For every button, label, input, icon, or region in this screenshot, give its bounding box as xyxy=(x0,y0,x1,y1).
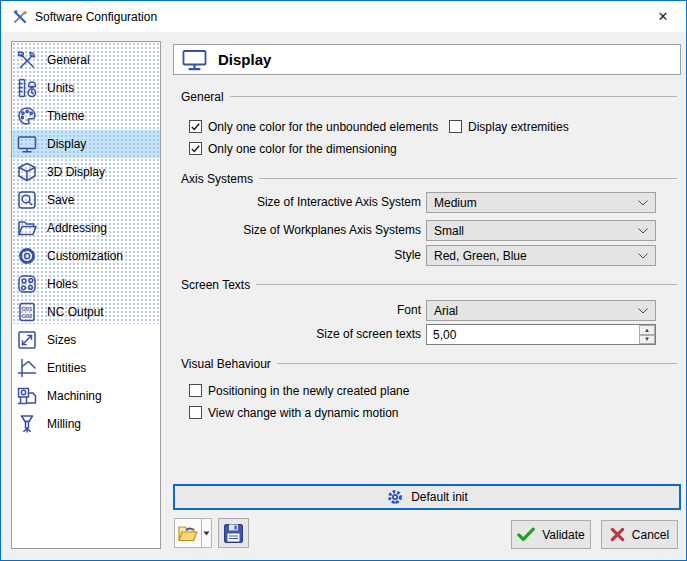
sidebar-item-label: General xyxy=(47,53,90,67)
tools-app-icon xyxy=(12,9,28,25)
spinner-buttons: ▲ ▼ xyxy=(639,325,655,344)
section-axis-systems: Axis Systems xyxy=(181,171,677,186)
checkbox-display-extremities[interactable]: Display extremities xyxy=(449,119,569,134)
sidebar-item-holes[interactable]: Holes xyxy=(12,270,160,298)
milling-cutter-icon xyxy=(15,412,39,436)
section-divider xyxy=(230,96,677,97)
checkbox-dynamic-motion[interactable]: View change with a dynamic motion xyxy=(189,405,399,420)
checkbox-label: View change with a dynamic motion xyxy=(208,406,399,420)
checkbox-label: Positioning in the newly created plane xyxy=(208,384,409,398)
svg-text:G02: G02 xyxy=(22,313,32,319)
section-axis-title: Axis Systems xyxy=(181,172,253,186)
spin-up-button[interactable]: ▲ xyxy=(639,325,655,335)
sidebar-item-display[interactable]: Display xyxy=(12,130,160,158)
open-config-split-button xyxy=(174,518,212,548)
style-label: Style xyxy=(161,245,421,266)
font-select[interactable]: Arial xyxy=(426,300,656,321)
screen-text-size-input[interactable] xyxy=(427,325,639,344)
checkbox-box xyxy=(189,142,202,155)
open-folder-icon xyxy=(178,525,198,542)
selected-value: Arial xyxy=(434,304,638,318)
general-tools-icon xyxy=(15,48,39,72)
sidebar-item-customization[interactable]: Customization xyxy=(12,242,160,270)
spin-down-button[interactable]: ▼ xyxy=(639,335,655,345)
checkbox-box xyxy=(189,120,202,133)
machine-icon xyxy=(15,384,39,408)
cancel-button[interactable]: Cancel xyxy=(601,520,678,549)
checkbox-box xyxy=(189,384,202,397)
sidebar-item-milling[interactable]: Milling xyxy=(12,410,160,438)
checkbox-dimensioning[interactable]: Only one color for the dimensioning xyxy=(189,141,397,156)
screen-text-size-label: Size of screen texts xyxy=(161,324,421,345)
checkbox-box xyxy=(189,406,202,419)
display-header-icon xyxy=(182,49,208,71)
validate-label: Validate xyxy=(542,528,584,542)
section-screen-texts: Screen Texts xyxy=(181,277,677,292)
checkbox-unbounded-elements[interactable]: Only one color for the unbounded element… xyxy=(189,119,438,134)
cancel-label: Cancel xyxy=(632,528,669,542)
geometry-entities-icon xyxy=(15,356,39,380)
style-select[interactable]: Red, Green, Blue xyxy=(426,245,656,266)
red-x-icon xyxy=(610,527,625,542)
sidebar-item-general[interactable]: General xyxy=(12,46,160,74)
sidebar-item-label: Units xyxy=(47,81,74,95)
floppy-disk-icon xyxy=(223,523,244,544)
section-screen-texts-title: Screen Texts xyxy=(181,278,250,292)
sidebar-item-label: Display xyxy=(47,137,86,151)
workplanes-axis-size-select[interactable]: Small xyxy=(426,220,656,241)
sidebar-item-3d-display[interactable]: 3D Display xyxy=(12,158,160,186)
chevron-down-icon xyxy=(638,308,648,314)
window-title: Software Configuration xyxy=(35,10,157,24)
sidebar-item-theme[interactable]: Theme xyxy=(12,102,160,130)
sidebar-item-sizes[interactable]: Sizes xyxy=(12,326,160,354)
sidebar-item-machining[interactable]: Machining xyxy=(12,382,160,410)
software-configuration-dialog: Software Configuration ✕ General xyxy=(0,0,687,561)
svg-text:G01: G01 xyxy=(22,306,32,312)
section-divider xyxy=(277,363,677,364)
sidebar-item-label: NC Output xyxy=(47,305,104,319)
section-visual-title: Visual Behaviour xyxy=(181,357,271,371)
cube-icon xyxy=(15,160,39,184)
sidebar-item-label: Save xyxy=(47,193,74,207)
checkbox-label: Display extremities xyxy=(468,120,569,134)
gear-blue-icon xyxy=(386,488,404,506)
interactive-axis-size-select[interactable]: Medium xyxy=(426,192,656,213)
save-config-button[interactable] xyxy=(218,518,249,548)
green-check-icon xyxy=(517,527,535,542)
interactive-axis-size-label: Size of Interactive Axis System xyxy=(161,192,421,213)
monitor-icon xyxy=(15,132,39,156)
section-divider xyxy=(259,178,677,179)
validate-button[interactable]: Validate xyxy=(511,520,591,549)
title-bar: Software Configuration ✕ xyxy=(1,1,686,32)
dropdown-triangle-icon xyxy=(203,531,210,536)
section-divider xyxy=(256,284,677,285)
checkbox-label: Only one color for the unbounded element… xyxy=(208,120,438,134)
open-config-button[interactable] xyxy=(174,518,202,548)
sidebar-item-save[interactable]: Save xyxy=(12,186,160,214)
sidebar-item-units[interactable]: Units xyxy=(12,74,160,102)
section-general: General xyxy=(181,89,677,104)
chevron-down-icon xyxy=(638,228,648,234)
sidebar-item-label: Addressing xyxy=(47,221,107,235)
checkbox-positioning-new-plane[interactable]: Positioning in the newly created plane xyxy=(189,383,409,398)
selected-value: Red, Green, Blue xyxy=(434,249,638,263)
gear-icon xyxy=(15,244,39,268)
close-button[interactable]: ✕ xyxy=(640,1,686,32)
sidebar-item-nc-output[interactable]: G01 G02 NC Output xyxy=(12,298,160,326)
sidebar-item-label: Theme xyxy=(47,109,84,123)
sidebar-item-addressing[interactable]: Addressing xyxy=(12,214,160,242)
default-init-label: Default init xyxy=(411,490,468,504)
panel-header: Display xyxy=(173,44,681,75)
default-init-button[interactable]: Default init xyxy=(173,484,681,510)
open-config-dropdown-arrow[interactable] xyxy=(202,518,212,548)
checkbox-box xyxy=(449,120,462,133)
section-general-title: General xyxy=(181,90,224,104)
sidebar-item-entities[interactable]: Entities xyxy=(12,354,160,382)
dialog-content: General Units xyxy=(1,32,686,560)
sidebar-item-label: 3D Display xyxy=(47,165,105,179)
chevron-down-icon xyxy=(638,253,648,259)
sidebar-item-label: Sizes xyxy=(47,333,76,347)
ruler-clock-icon xyxy=(15,76,39,100)
gcode-document-icon: G01 G02 xyxy=(15,300,39,324)
font-label: Font xyxy=(161,300,421,321)
